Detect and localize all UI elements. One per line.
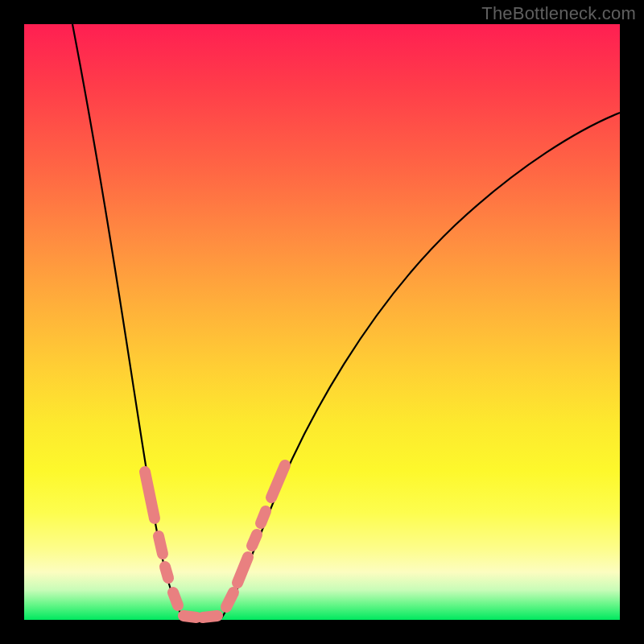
marker-group [145, 465, 285, 617]
marker-bottom-2 [203, 616, 217, 617]
marker-left-1 [145, 472, 155, 518]
bottleneck-curve [24, 24, 620, 620]
marker-right-4 [261, 511, 266, 523]
marker-left-2 [159, 536, 163, 554]
attribution-text: TheBottleneck.com [481, 3, 636, 24]
marker-left-3 [165, 567, 168, 578]
marker-left-4 [173, 592, 178, 605]
marker-bottom-1 [184, 616, 196, 617]
chart-frame: TheBottleneck.com [0, 0, 644, 644]
curve-right-branch [221, 113, 620, 618]
marker-right-2 [237, 557, 248, 583]
curve-left-branch [72, 24, 184, 618]
marker-right-5 [271, 465, 285, 497]
marker-right-1 [226, 592, 233, 607]
plot-gradient-area [24, 24, 620, 620]
marker-right-3 [252, 535, 257, 546]
